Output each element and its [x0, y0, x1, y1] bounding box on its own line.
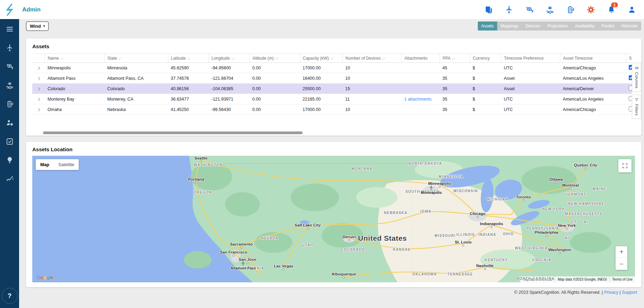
map-state-label: NEBRASKA: [384, 211, 407, 214]
filters-panel-button[interactable]: Filters: [632, 95, 641, 119]
cell-altitude: 0.00: [249, 73, 300, 84]
wind-turbine-icon[interactable]: [505, 5, 514, 14]
row-expander[interactable]: [32, 73, 45, 84]
sort-icon[interactable]: ↓↑: [187, 57, 190, 60]
col-longitude[interactable]: Longitude↓↑: [209, 54, 249, 63]
sort-icon[interactable]: ↓↑: [60, 57, 64, 60]
table-row[interactable]: Altamont Pass Altamont Pass, CA 37.74576…: [32, 73, 632, 84]
chevron-right-icon[interactable]: [37, 77, 40, 80]
row-checkbox[interactable]: [629, 86, 632, 91]
cell-ppa: 35: [440, 104, 470, 115]
col-tz-preference: Timezone Preference: [501, 54, 560, 63]
attachments-link[interactable]: 1 attachments: [401, 94, 440, 104]
row-expander[interactable]: [32, 63, 45, 73]
row-checkbox[interactable]: [629, 75, 632, 80]
asset-type-dropdown[interactable]: Wind ▾: [26, 22, 49, 31]
city-dot-icon: [566, 228, 568, 230]
map-canvas[interactable]: United States Map Satellite + − Google K…: [32, 156, 635, 282]
cell-ppa: 45: [440, 63, 470, 73]
asset-marker[interactable]: Minneapolis: [421, 185, 442, 195]
map-city-label: Sacramento: [230, 242, 253, 249]
sidebar-tasks-icon[interactable]: [6, 137, 14, 146]
zoom-in-button[interactable]: +: [616, 246, 627, 258]
chevron-right-icon[interactable]: [37, 87, 40, 91]
sort-icon[interactable]: ↓↑: [330, 57, 334, 60]
asset-type-label: Wind: [30, 24, 41, 29]
tab-historian[interactable]: Historian: [618, 22, 641, 31]
horizontal-scrollbar[interactable]: [34, 131, 624, 134]
sidebar-insights-icon[interactable]: [6, 156, 14, 164]
settings-gear-icon[interactable]: [586, 5, 595, 14]
city-dot-icon: [343, 276, 345, 278]
row-expander[interactable]: [32, 84, 45, 94]
tab-devices[interactable]: Devices: [522, 22, 544, 31]
map-button[interactable]: Map: [36, 159, 54, 170]
tab-bar: Assets Mappings Devices Projections Avai…: [478, 22, 641, 31]
expander-column-header: [32, 54, 45, 63]
table-row-highlighted[interactable]: Colorado Colorado 40.86156 -104.06385 0.…: [32, 84, 632, 94]
tab-availability[interactable]: Availability: [571, 22, 598, 31]
map-city-label: St. Louis: [455, 240, 472, 246]
map-state-label: MONTANA: [351, 166, 372, 170]
chevron-right-icon[interactable]: [37, 97, 40, 101]
row-expander[interactable]: [32, 104, 45, 115]
sidebar-solar-icon[interactable]: [6, 62, 14, 71]
col-state[interactable]: State↓↑: [104, 54, 168, 63]
fullscreen-button[interactable]: [618, 159, 632, 172]
asset-marker[interactable]: Altamont Pass: [230, 260, 256, 270]
table-row[interactable]: Omaha Nebraska 41.45250 -99.56430 0.00 1…: [32, 104, 632, 115]
map-state-label: COLORADO: [341, 248, 365, 251]
sidebar-users-icon[interactable]: [6, 119, 14, 127]
table-row[interactable]: Monterey Bay Monterey, CA 36.63477 -121.…: [32, 94, 632, 104]
sidebar-analytics-icon[interactable]: [6, 175, 14, 183]
chevron-right-icon[interactable]: [37, 66, 40, 70]
sidebar-storage-icon[interactable]: [6, 100, 14, 108]
row-checkbox[interactable]: [629, 65, 632, 70]
tab-mappings[interactable]: Mappings: [497, 22, 522, 31]
sort-icon[interactable]: ↓↑: [119, 57, 122, 60]
zoom-out-button[interactable]: −: [616, 258, 627, 270]
city-dot-icon: [462, 244, 464, 246]
tab-predict[interactable]: Predict: [598, 22, 618, 31]
notifications-bell-icon[interactable]: 1: [607, 5, 616, 14]
col-altitude[interactable]: Altitude (m)↓↑: [249, 54, 300, 63]
map-city-label: Denver: [342, 235, 356, 241]
map-state-label: OHIO: [503, 232, 514, 236]
sidebar-wind-icon[interactable]: [6, 44, 14, 52]
col-name[interactable]: Name↓↑: [45, 54, 104, 63]
row-expander[interactable]: [32, 94, 45, 104]
row-checkbox[interactable]: [629, 106, 632, 111]
scrollbar-thumb[interactable]: [43, 131, 303, 134]
menu-hamburger-icon[interactable]: [6, 25, 14, 33]
chevron-right-icon[interactable]: [37, 108, 40, 111]
assets-title: Assets: [32, 43, 641, 49]
battery-storage-icon[interactable]: [566, 5, 575, 14]
map-city-label: Salt Lake City: [295, 223, 321, 230]
tab-projections[interactable]: Projections: [544, 22, 571, 31]
sidebar-marine-icon[interactable]: [6, 81, 14, 89]
help-button[interactable]: ?: [2, 288, 18, 304]
terms-of-use-link[interactable]: Terms of Use: [610, 276, 635, 282]
google-logo[interactable]: Google: [36, 274, 53, 280]
documents-icon[interactable]: [484, 5, 493, 14]
sort-icon[interactable]: ↓↑: [275, 57, 279, 60]
solar-panel-icon[interactable]: [525, 5, 534, 14]
columns-panel-button[interactable]: Columns: [632, 63, 641, 92]
city-dot-icon: [523, 199, 525, 202]
col-latitude[interactable]: Latitude↓↑: [168, 54, 209, 63]
sort-icon[interactable]: ↓↑: [452, 57, 456, 60]
marine-energy-icon[interactable]: [545, 5, 554, 14]
satellite-button[interactable]: Satellite: [54, 159, 79, 170]
sort-icon[interactable]: ↓↑: [382, 57, 386, 60]
row-checkbox[interactable]: [629, 96, 632, 101]
col-ppa[interactable]: PPA↓↑: [440, 54, 470, 63]
col-capacity[interactable]: Capacity (kW)↓↑: [300, 54, 342, 63]
table-row[interactable]: Minneapolis Minnesota 45.62590 -94.95600…: [32, 63, 632, 73]
support-link[interactable]: Support: [622, 290, 637, 295]
tab-assets[interactable]: Assets: [478, 22, 497, 31]
account-person-icon[interactable]: [627, 5, 636, 14]
privacy-link[interactable]: Privacy: [604, 290, 618, 295]
map-city-label: Québec City: [574, 163, 597, 170]
sort-icon[interactable]: ↓↑: [231, 57, 235, 60]
col-devices[interactable]: Number of Devices↓↑: [342, 54, 401, 63]
